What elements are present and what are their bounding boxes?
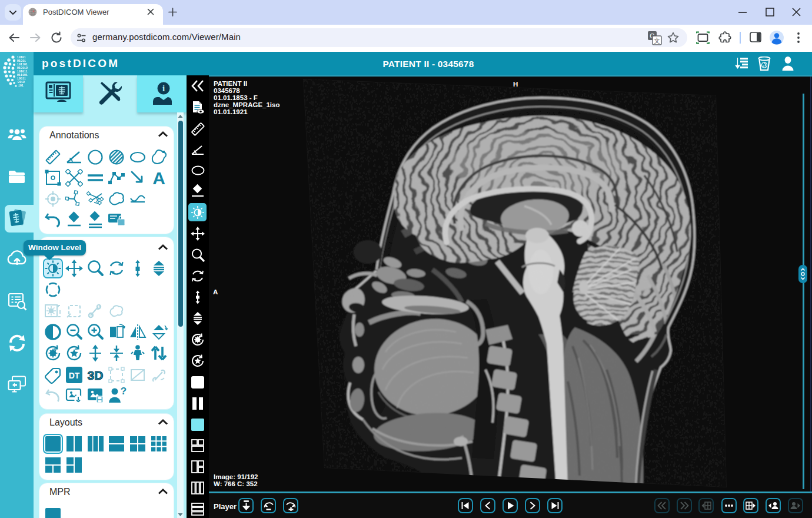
svg-text:i: i <box>162 84 165 93</box>
svg-text:x: x <box>96 197 99 203</box>
svg-text:DT: DT <box>69 371 80 380</box>
svg-text:?: ? <box>121 387 127 397</box>
svg-text:3D: 3D <box>88 368 104 382</box>
svg-text:文: 文 <box>654 37 660 44</box>
svg-text:101: 101 <box>18 84 24 88</box>
svg-text:A: A <box>152 169 165 187</box>
